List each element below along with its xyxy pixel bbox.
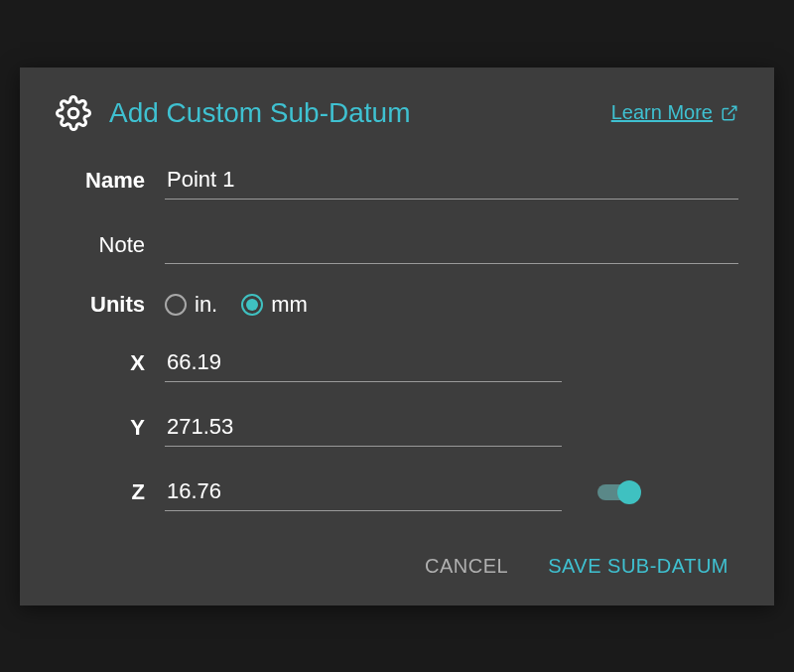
name-input[interactable]: [165, 163, 738, 200]
x-row: X: [56, 345, 738, 382]
unit-inches-label: in.: [195, 292, 217, 318]
unit-inches-option[interactable]: in.: [165, 292, 217, 318]
external-link-icon: [721, 104, 738, 122]
radio-dot: [246, 299, 258, 311]
svg-point-0: [68, 108, 78, 118]
units-radio-group: in. mm: [165, 292, 308, 318]
z-toggle[interactable]: [597, 484, 637, 500]
learn-more-link[interactable]: Learn More: [611, 101, 738, 124]
z-input[interactable]: [165, 474, 562, 511]
x-input[interactable]: [165, 345, 562, 382]
unit-mm-label: mm: [271, 292, 308, 318]
cancel-button[interactable]: CANCEL: [425, 555, 508, 578]
name-label: Name: [56, 168, 165, 194]
note-row: Note: [56, 227, 738, 264]
note-label: Note: [56, 232, 165, 258]
y-row: Y: [56, 410, 738, 447]
radio-checked-icon: [241, 294, 263, 316]
unit-mm-option[interactable]: mm: [241, 292, 308, 318]
units-row: Units in. mm: [56, 292, 738, 318]
y-input[interactable]: [165, 410, 562, 447]
z-label: Z: [56, 479, 165, 505]
x-label: X: [56, 350, 165, 376]
toggle-thumb-icon: [617, 480, 641, 504]
note-input[interactable]: [165, 227, 738, 264]
units-label: Units: [56, 292, 165, 318]
name-row: Name: [56, 163, 738, 200]
svg-line-1: [728, 106, 736, 114]
dialog-header: Add Custom Sub-Datum Learn More: [56, 95, 738, 131]
dialog-actions: CANCEL SAVE SUB-DATUM: [56, 555, 738, 578]
header-left: Add Custom Sub-Datum: [56, 95, 410, 131]
save-button[interactable]: SAVE SUB-DATUM: [548, 555, 728, 578]
gear-icon: [56, 95, 91, 131]
radio-unchecked-icon: [165, 294, 187, 316]
custom-sub-datum-dialog: Add Custom Sub-Datum Learn More Name Not…: [20, 67, 774, 605]
y-label: Y: [56, 415, 165, 441]
z-toggle-wrap: [597, 484, 637, 500]
z-row: Z: [56, 474, 738, 511]
learn-more-text: Learn More: [611, 101, 713, 124]
dialog-title: Add Custom Sub-Datum: [109, 97, 410, 129]
